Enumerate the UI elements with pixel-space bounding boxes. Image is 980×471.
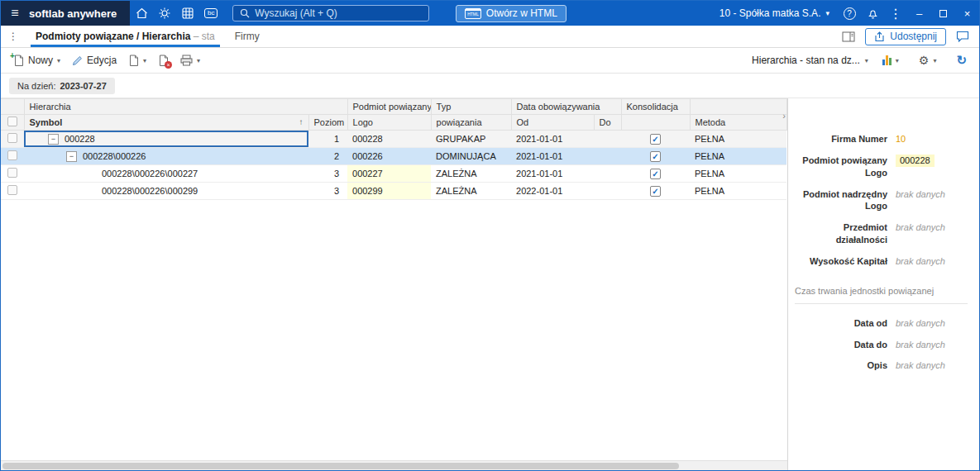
table-row[interactable]: 000228\000226\000227 3 000227 ZALEŻNA 20… (1, 165, 786, 183)
chevron-down-icon: ▾ (57, 57, 60, 64)
konsolidacja-cell[interactable]: ✓ (621, 131, 690, 148)
view-selector-dropdown[interactable]: Hierarchia - stan na dz... ▾ (752, 55, 868, 66)
od-cell[interactable]: 2021-01-01 (511, 131, 594, 148)
poziom-cell[interactable]: 3 (308, 183, 347, 200)
hamburger-menu-icon[interactable]: ≡ (1, 1, 29, 26)
poziom-cell[interactable]: 2 (308, 148, 347, 165)
date-filter-chip[interactable]: Na dzień: 2023-07-27 (9, 78, 115, 94)
more-options-icon[interactable]: ⋮ (884, 1, 907, 26)
do-cell[interactable] (594, 131, 621, 148)
column-header-symbol[interactable]: Symbol↑ (24, 115, 308, 131)
symbol-cell[interactable]: −000228\000226 (24, 148, 308, 165)
symbol-cell[interactable]: −000228 (24, 131, 308, 148)
detail-value: brak danych (896, 359, 968, 372)
scrollbar-thumb[interactable] (2, 463, 679, 469)
group-header-data-obowiazywania[interactable]: Data obowiązywania (511, 99, 621, 115)
tree-collapse-icon[interactable]: − (66, 151, 77, 162)
notifications-bell-icon[interactable] (861, 1, 884, 26)
tab-podmioty-powiazane[interactable]: Podmioty powiązane / Hierarchia – sta (26, 26, 225, 47)
od-cell[interactable]: 2021-01-01 (511, 148, 594, 165)
column-header-poziom[interactable]: Poziom (308, 115, 347, 131)
minimize-button[interactable]: – (907, 1, 931, 26)
poziom-cell[interactable]: 1 (308, 131, 347, 148)
column-header-do[interactable]: Do (594, 115, 621, 131)
column-header-od[interactable]: Od (511, 115, 594, 131)
konsolidacja-cell[interactable]: ✓ (621, 148, 690, 165)
checked-checkbox-icon[interactable]: ✓ (650, 186, 661, 197)
open-in-html-button[interactable]: HTML Otwórz w HTML (456, 5, 566, 22)
metoda-cell[interactable]: PEŁNA (690, 131, 786, 148)
bc-module-icon[interactable]: bc (199, 1, 222, 26)
logo-cell[interactable]: 000228 (347, 131, 431, 148)
typ-cell[interactable]: GRUPAKAP (431, 131, 511, 148)
refresh-button[interactable]: ↻ (950, 50, 973, 71)
column-header-powiazania[interactable]: powiązania (431, 115, 511, 131)
konsolidacja-cell[interactable]: ✓ (621, 183, 690, 200)
do-cell[interactable] (594, 148, 621, 165)
global-search[interactable] (232, 5, 429, 21)
settings-button[interactable]: ⚙ ▾ (913, 50, 943, 70)
home-icon[interactable] (130, 1, 153, 26)
share-button[interactable]: Udostępnij (865, 28, 946, 45)
column-chooser-chevron-icon[interactable]: › (782, 111, 786, 121)
konsolidacja-cell[interactable]: ✓ (621, 165, 690, 183)
logo-cell[interactable]: 000299 (347, 183, 431, 200)
checked-checkbox-icon[interactable]: ✓ (650, 134, 661, 145)
tree-collapse-icon[interactable]: − (48, 134, 59, 145)
search-input[interactable] (255, 7, 404, 19)
checked-checkbox-icon[interactable]: ✓ (650, 169, 661, 179)
checked-checkbox-icon[interactable]: ✓ (650, 151, 661, 162)
layout-panel-icon[interactable] (842, 31, 855, 42)
select-all-checkbox[interactable] (1, 115, 24, 131)
row-selector[interactable] (1, 183, 24, 200)
tab-menu-icon[interactable]: ⋮ (1, 26, 26, 47)
bar-chart-icon (882, 55, 892, 65)
edit-button[interactable]: Edycja (66, 51, 122, 69)
print-button[interactable]: ▾ (174, 51, 206, 69)
comments-icon[interactable] (956, 31, 969, 42)
typ-cell[interactable]: ZALEŻNA (431, 183, 511, 200)
delete-button[interactable]: × (152, 51, 174, 69)
poziom-cell[interactable]: 3 (308, 165, 347, 183)
tab-firmy[interactable]: Firmy (225, 26, 270, 47)
row-selector[interactable] (1, 165, 24, 183)
group-header-typ[interactable]: Typ (431, 99, 511, 115)
symbol-cell[interactable]: 000228\000226\000227 (24, 165, 308, 183)
column-header-logo[interactable]: Logo (347, 115, 431, 131)
logo-cell[interactable]: 000226 (347, 148, 431, 165)
group-header-hierarchia[interactable]: Hierarchia (24, 99, 347, 115)
table-row[interactable]: 000228\000226\000299 3 000299 ZALEŻNA 20… (1, 183, 786, 200)
od-cell[interactable]: 2022-01-01 (511, 183, 594, 200)
do-cell[interactable] (594, 165, 621, 183)
symbol-cell[interactable]: 000228\000226\000299 (24, 183, 308, 200)
od-cell[interactable]: 2021-01-01 (511, 165, 594, 183)
table-row[interactable]: −000228 1 000228 GRUPAKAP 2021-01-01 ✓ P… (1, 131, 786, 148)
chart-view-button[interactable]: ▾ (877, 52, 905, 69)
column-header-metoda[interactable]: Metoda (690, 115, 786, 131)
metoda-cell[interactable]: PEŁNA (690, 183, 786, 200)
table-row[interactable]: −000228\000226 2 000226 DOMINUJĄCA 2021-… (1, 148, 786, 165)
theme-icon[interactable] (153, 1, 176, 26)
details-panel: Firma Numer 10 Podmiot powiązany Logo 00… (787, 98, 979, 470)
column-header-konsolidacja-check[interactable] (621, 115, 690, 131)
detail-field: Przedmiot działalności brak danych (795, 221, 968, 246)
group-header-podmiot-powiazany[interactable]: Podmiot powiązany (347, 99, 431, 115)
do-cell[interactable] (594, 183, 621, 200)
horizontal-scrollbar[interactable] (1, 460, 787, 470)
document-actions-button[interactable]: ▾ (122, 51, 152, 69)
row-selector[interactable] (1, 148, 24, 165)
maximize-button[interactable] (931, 1, 955, 26)
group-header-konsolidacja[interactable]: Konsolidacja (621, 99, 690, 115)
search-icon (240, 8, 250, 18)
metoda-cell[interactable]: PEŁNA (690, 165, 786, 183)
logo-cell[interactable]: 000227 (347, 165, 431, 183)
new-button[interactable]: + Nowy ▾ (7, 51, 66, 69)
typ-cell[interactable]: ZALEŻNA (431, 165, 511, 183)
company-selector[interactable]: 10 - Spółka matka S.A. ▾ (711, 7, 838, 19)
apps-grid-icon[interactable] (176, 1, 199, 26)
close-button[interactable]: × (955, 1, 979, 26)
row-selector[interactable] (1, 131, 24, 148)
metoda-cell[interactable]: PEŁNA (690, 148, 786, 165)
help-icon[interactable]: ? (838, 1, 861, 26)
typ-cell[interactable]: DOMINUJĄCA (431, 148, 511, 165)
